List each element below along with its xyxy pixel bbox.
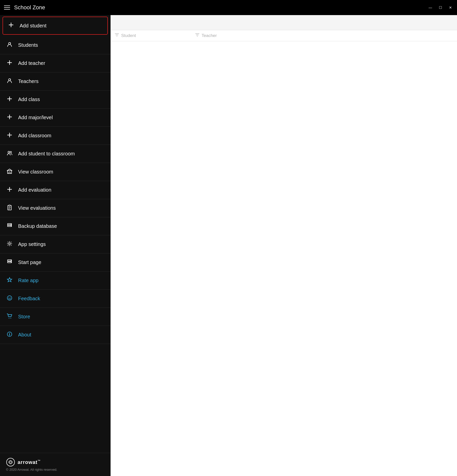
view-classroom-icon (6, 168, 13, 176)
students-label: Students (18, 42, 38, 48)
col-label: Student (121, 33, 136, 38)
add-student-label: Add student (20, 23, 47, 29)
view-classroom-label: View classroom (18, 169, 53, 175)
sidebar-item-view-evaluations[interactable]: View evaluations (0, 199, 110, 217)
app-settings-icon (6, 241, 13, 248)
svg-point-32 (7, 296, 12, 300)
sidebar-item-teachers[interactable]: Teachers (0, 72, 110, 91)
window-controls: — ☐ ✕ (428, 6, 453, 10)
sidebar-item-students[interactable]: Students (0, 36, 110, 54)
backup-database-label: Backup database (18, 223, 57, 229)
start-page-icon (6, 259, 13, 266)
main-layout: Add student Students Add teacher Teacher… (0, 15, 457, 476)
backup-database-icon (6, 223, 13, 230)
minimize-button[interactable]: — (428, 6, 433, 10)
table-header-row: Student Teacher (111, 30, 457, 41)
feedback-label: Feedback (18, 296, 40, 301)
svg-point-35 (9, 318, 10, 318)
svg-point-26 (11, 226, 11, 226)
sidebar-item-app-settings[interactable]: App settings (0, 235, 110, 253)
store-icon (6, 313, 13, 320)
svg-point-13 (10, 151, 12, 153)
svg-point-33 (9, 297, 9, 297)
rate-app-icon (6, 277, 13, 284)
footer-brand-name: arrowat™ (18, 459, 41, 465)
filter-icon (115, 33, 119, 38)
sidebar-item-store[interactable]: Store (0, 308, 110, 326)
students-icon (6, 42, 13, 49)
sidebar-item-about[interactable]: About (0, 326, 110, 344)
title-bar: School Zone — ☐ ✕ (0, 0, 457, 15)
maximize-button[interactable]: ☐ (438, 6, 443, 10)
sidebar-item-add-classroom[interactable]: Add classroom (0, 127, 110, 145)
sidebar-item-add-student-classroom[interactable]: Add student to classroom (0, 145, 110, 163)
svg-point-31 (11, 262, 11, 262)
table-header-teacher[interactable]: Teacher (195, 33, 270, 38)
svg-point-30 (11, 260, 11, 261)
teachers-label: Teachers (18, 78, 38, 84)
add-student-classroom-label: Add student to classroom (18, 151, 75, 157)
col-label: Teacher (202, 33, 217, 38)
view-evaluations-icon (6, 205, 13, 212)
footer-copyright: © 2020 Arrowat. All rights reserved. (6, 468, 104, 471)
sidebar-item-backup-database[interactable]: Backup database (0, 217, 110, 235)
add-class-icon (6, 96, 13, 103)
footer-logo: arrowat™ (6, 458, 104, 467)
rate-app-label: Rate app (18, 278, 38, 283)
add-classroom-icon (6, 132, 13, 139)
content-toolbar (111, 15, 457, 30)
store-label: Store (18, 314, 30, 320)
svg-rect-19 (9, 205, 10, 206)
teachers-icon (6, 78, 13, 85)
svg-point-34 (10, 297, 11, 297)
app-settings-label: App settings (18, 241, 46, 247)
sidebar-footer: arrowat™ © 2020 Arrowat. All rights rese… (0, 453, 110, 476)
title-bar-left: School Zone (4, 4, 45, 11)
sidebar-item-rate-app[interactable]: Rate app (0, 272, 110, 290)
add-teacher-label: Add teacher (18, 60, 45, 66)
view-evaluations-label: View evaluations (18, 205, 56, 211)
start-page-label: Start page (18, 259, 41, 265)
table-header-student[interactable]: Student (115, 33, 190, 38)
sidebar-item-add-evaluation[interactable]: Add evaluation (0, 181, 110, 199)
about-label: About (18, 332, 31, 338)
add-evaluation-label: Add evaluation (18, 187, 51, 193)
feedback-icon (6, 295, 13, 302)
sidebar-item-add-teacher[interactable]: Add teacher (0, 54, 110, 72)
svg-point-12 (8, 151, 10, 153)
add-student-icon (8, 22, 15, 29)
sidebar-item-add-class[interactable]: Add class (0, 91, 110, 109)
svg-point-25 (11, 224, 11, 224)
add-evaluation-icon (6, 187, 13, 194)
content-area: Student Teacher (111, 15, 457, 476)
add-classroom-label: Add classroom (18, 133, 51, 139)
svg-point-27 (9, 243, 11, 244)
sidebar-item-start-page[interactable]: Start page (0, 253, 110, 272)
sidebar: Add student Students Add teacher Teacher… (0, 15, 111, 476)
add-class-label: Add class (18, 97, 40, 102)
add-student-classroom-icon (6, 150, 13, 157)
add-major-level-icon (6, 114, 13, 121)
filter-icon (195, 33, 200, 38)
svg-point-40 (7, 458, 15, 466)
sidebar-item-view-classroom[interactable]: View classroom (0, 163, 110, 181)
sidebar-item-add-student[interactable]: Add student (3, 17, 108, 35)
app-title: School Zone (14, 4, 45, 11)
svg-point-39 (9, 333, 10, 333)
add-teacher-icon (6, 60, 13, 67)
svg-point-36 (11, 318, 11, 318)
sidebar-item-feedback[interactable]: Feedback (0, 290, 110, 308)
hamburger-menu[interactable] (4, 6, 10, 10)
close-button[interactable]: ✕ (448, 6, 453, 10)
svg-point-41 (10, 461, 12, 463)
sidebar-item-add-major-level[interactable]: Add major/level (0, 109, 110, 127)
add-major-level-label: Add major/level (18, 115, 53, 120)
about-icon (6, 331, 13, 338)
